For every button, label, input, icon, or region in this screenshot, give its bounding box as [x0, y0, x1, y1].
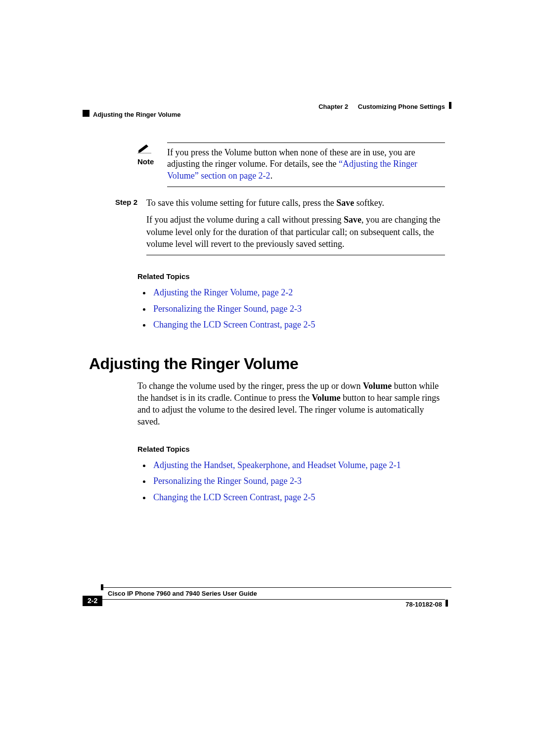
related-link[interactable]: Adjusting the Handset, Speakerphone, and… — [153, 460, 401, 470]
step1-bold: Save — [336, 198, 354, 208]
related-link[interactable]: Changing the LCD Screen Contrast, page 2… — [153, 320, 315, 330]
related-topics-heading-1: Related Topics — [137, 272, 445, 281]
step-label: Step 2 — [89, 197, 146, 255]
list-item: Personalizing the Ringer Sound, page 2-3 — [151, 473, 445, 489]
document-number: 78-10182-08 — [405, 601, 442, 608]
note-gutter: Note — [137, 142, 167, 187]
step1-text-after: softkey. — [354, 198, 384, 208]
step-row: Step 2 To save this volume setting for f… — [89, 197, 445, 255]
header-left-mark-icon — [83, 110, 89, 117]
page-content: Note If you press the Volume button when… — [89, 142, 445, 505]
footer-rule-bottom — [83, 599, 445, 600]
running-header-right: Chapter 2 Customizing Phone Settings — [318, 103, 445, 110]
note-text-after: . — [270, 171, 273, 181]
chapter-label: Chapter 2 — [318, 103, 348, 110]
related-link[interactable]: Personalizing the Ringer Sound, page 2-3 — [153, 476, 302, 486]
section-paragraph: To change the volume used by the ringer,… — [137, 380, 445, 428]
section-body: To change the volume used by the ringer,… — [137, 380, 445, 428]
list-item: Changing the LCD Screen Contrast, page 2… — [151, 317, 445, 332]
sec-bold-2: Volume — [312, 393, 340, 403]
list-item: Changing the LCD Screen Contrast, page 2… — [151, 489, 445, 505]
header-right-mark-icon — [449, 102, 451, 109]
related-link[interactable]: Changing the LCD Screen Contrast, page 2… — [153, 492, 315, 502]
running-header-left: Adjusting the Ringer Volume — [93, 111, 180, 118]
footer-docnum-mark-icon — [445, 600, 448, 607]
step-paragraph-1: To save this volume setting for future c… — [146, 197, 445, 209]
note-body: If you press the Volume button when none… — [167, 142, 445, 187]
section-heading: Adjusting the Ringer Volume — [89, 355, 445, 373]
pencil-icon — [137, 143, 151, 153]
step2-bold: Save — [344, 215, 361, 225]
related-topics-list-1: Adjusting the Ringer Volume, page 2-2 Pe… — [137, 284, 445, 332]
footer-guide-title: Cisco IP Phone 7960 and 7940 Series User… — [108, 590, 257, 597]
sec-bold-1: Volume — [363, 381, 392, 391]
note-label: Note — [137, 157, 167, 166]
related-topics-heading-2: Related Topics — [137, 445, 445, 453]
step-paragraph-2: If you adjust the volume during a call w… — [146, 214, 445, 250]
step1-text-before: To save this volume setting for future c… — [146, 198, 336, 208]
list-item: Adjusting the Handset, Speakerphone, and… — [151, 457, 445, 473]
step-end-rule — [146, 255, 445, 255]
note-block: Note If you press the Volume button when… — [137, 142, 445, 187]
related-link[interactable]: Personalizing the Ringer Sound, page 2-3 — [153, 304, 302, 314]
list-item: Adjusting the Ringer Volume, page 2-2 — [151, 284, 445, 300]
footer-rule-top — [101, 587, 451, 588]
related-topics-list-2: Adjusting the Handset, Speakerphone, and… — [137, 457, 445, 505]
chapter-title: Customizing Phone Settings — [358, 103, 445, 110]
step2-text-before: If you adjust the volume during a call w… — [146, 215, 344, 225]
list-item: Personalizing the Ringer Sound, page 2-3 — [151, 301, 445, 317]
related-link[interactable]: Adjusting the Ringer Volume, page 2-2 — [153, 287, 293, 297]
sec-text-1: To change the volume used by the ringer,… — [137, 381, 363, 391]
document-page: Chapter 2 Customizing Phone Settings Adj… — [0, 0, 534, 756]
step-body: To save this volume setting for future c… — [146, 197, 445, 255]
page-number-box: 2-2 — [83, 596, 102, 606]
